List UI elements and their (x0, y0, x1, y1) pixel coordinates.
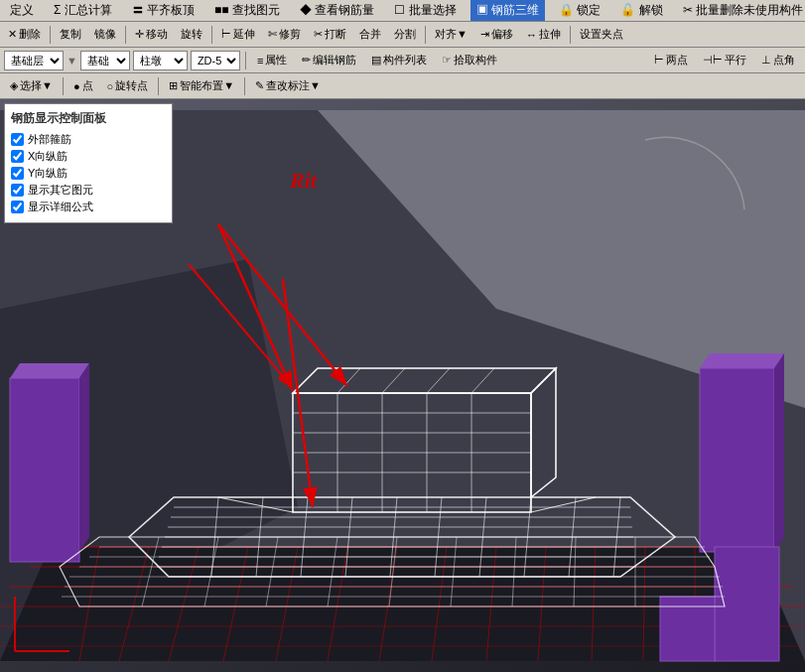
id-select[interactable]: ZD-5 (191, 51, 240, 70)
layer-select[interactable]: 基础层 (4, 51, 64, 70)
svg-marker-29 (774, 353, 784, 552)
menu-rebar-view[interactable]: ◆ 查看钢筋量 (294, 0, 380, 21)
toolbar2: 基础层 ▼ 基础 柱墩 ZD-5 ≡ 属性 ✏ 编辑钢筋 ▤ 构件列表 ☞ 拾取… (0, 48, 805, 73)
properties-button[interactable]: ≡ 属性 (251, 50, 293, 71)
move-icon: ✛ (135, 28, 144, 41)
angle-point-button[interactable]: ⊥ 点角 (755, 50, 801, 71)
panel-item-y-rebar: Y向纵筋 (11, 166, 166, 181)
outer-stirrup-label: 外部箍筋 (28, 132, 71, 147)
panel-title: 钢筋显示控制面板 (11, 110, 166, 127)
point-icon: ● (73, 80, 80, 92)
copy-button[interactable]: 复制 (54, 24, 87, 46)
menu-delete-unused[interactable]: ✂ 批量删除未使用构件 (677, 0, 805, 21)
menu-define[interactable]: 定义 (4, 0, 40, 21)
svg-rect-27 (700, 368, 774, 552)
panel-item-x-rebar: X向纵筋 (11, 149, 166, 164)
merge-button[interactable]: 合并 (353, 24, 387, 46)
pick-comp-button[interactable]: ☞ 拾取构件 (436, 50, 503, 71)
sep3 (211, 26, 212, 44)
select-button[interactable]: ◈ 选择▼ (4, 75, 59, 97)
trim-icon: ✄ (268, 28, 277, 41)
split-button[interactable]: 分割 (388, 24, 422, 46)
props-icon: ≡ (257, 55, 263, 67)
parallel-button[interactable]: ⊣⊢ 平行 (697, 50, 752, 71)
smart-place-button[interactable]: ⊞ 智能布置▼ (163, 75, 240, 97)
stretch-button[interactable]: ↔ 拉伸 (520, 24, 567, 46)
viewport-3d[interactable]: Rit 钢筋显示控制面板 外部箍筋 X向纵筋 Y向纵筋 (0, 99, 805, 672)
two-point-button[interactable]: ⊢ 两点 (648, 50, 694, 71)
menu-3d-rebar[interactable]: ▣ 钢筋三维 (470, 0, 545, 21)
x-rebar-label: X向纵筋 (28, 149, 67, 164)
main-area: Rit 钢筋显示控制面板 外部箍筋 X向纵筋 Y向纵筋 (0, 99, 805, 672)
x-rebar-checkbox[interactable] (11, 150, 24, 163)
comp-list-button[interactable]: ▤ 构件列表 (365, 50, 433, 71)
menu-unlock[interactable]: 🔓 解锁 (614, 0, 668, 21)
svg-marker-28 (700, 353, 784, 368)
sep-t3b (158, 77, 159, 95)
point-button[interactable]: ● 点 (67, 75, 99, 97)
other-elements-label: 显示其它图元 (28, 183, 93, 198)
outer-stirrup-checkbox[interactable] (11, 133, 24, 146)
svg-marker-25 (10, 363, 89, 378)
extend-icon: ⊢ (221, 28, 231, 41)
delete-icon: ✕ (8, 28, 17, 41)
break-button[interactable]: ✂ 打断 (308, 24, 352, 46)
select-icon: ◈ (10, 79, 18, 92)
col-select[interactable]: 柱墩 (133, 51, 188, 70)
mirror-button[interactable]: 镜像 (88, 24, 122, 46)
delete-button[interactable]: ✕ 删除 (2, 24, 47, 46)
annotation-icon: ✎ (255, 79, 264, 92)
sep-t2 (245, 52, 246, 69)
toolbar1: ✕ 删除 复制 镜像 ✛ 移动 旋转 ⊢ 延伸 ✄ 修剪 ✂ 打断 合并 分割 … (0, 22, 805, 48)
menu-find[interactable]: ■■ 查找图元 (208, 0, 286, 21)
y-rebar-label: Y向纵筋 (28, 166, 67, 181)
sep5 (570, 26, 571, 44)
trim-button[interactable]: ✄ 修剪 (262, 24, 307, 46)
layer-arrow: ▼ (67, 55, 77, 67)
panel-item-detail-formula: 显示详细公式 (11, 200, 166, 214)
sep-t3a (63, 77, 64, 95)
rotate-button[interactable]: 旋转 (175, 24, 208, 46)
menu-sum[interactable]: Σ 汇总计算 (48, 0, 118, 21)
panel-item-outer-stirrup: 外部箍筋 (11, 132, 166, 147)
detail-formula-checkbox[interactable] (11, 201, 24, 213)
menu-lock[interactable]: 🔒 锁定 (553, 0, 606, 21)
align-button[interactable]: 对齐▼ (429, 24, 473, 46)
rebar-display-panel: 钢筋显示控制面板 外部箍筋 X向纵筋 Y向纵筋 显示其它图元 显示详细公式 (4, 103, 173, 223)
rotate-point-icon: ○ (107, 80, 114, 92)
svg-rect-24 (10, 378, 79, 562)
edit-rebar-button[interactable]: ✏ 编辑钢筋 (296, 50, 362, 71)
smart-icon: ⊞ (169, 79, 178, 92)
offset-button[interactable]: ⇥ 偏移 (474, 24, 519, 46)
list-icon: ▤ (371, 54, 381, 67)
offset-icon: ⇥ (480, 28, 489, 41)
rotate-point-button[interactable]: ○ 旋转点 (101, 75, 155, 97)
grip-button[interactable]: 设置夹点 (574, 24, 629, 46)
menu-batch[interactable]: ☐ 批量选择 (388, 0, 462, 21)
toolbar3: ◈ 选择▼ ● 点 ○ 旋转点 ⊞ 智能布置▼ ✎ 查改标注▼ (0, 73, 805, 99)
menu-align-top[interactable]: 〓 平齐板顶 (126, 0, 201, 21)
sep (50, 26, 51, 44)
break-icon: ✂ (314, 28, 323, 41)
parallel-icon: ⊣⊢ (703, 54, 723, 67)
y-rebar-checkbox[interactable] (11, 167, 24, 180)
type-select[interactable]: 基础 (80, 51, 130, 70)
extend-button[interactable]: ⊢ 延伸 (215, 24, 261, 46)
annotation-button[interactable]: ✎ 查改标注▼ (249, 75, 327, 97)
menu-bar: 定义 Σ 汇总计算 〓 平齐板顶 ■■ 查找图元 ◆ 查看钢筋量 ☐ 批量选择 … (0, 0, 805, 22)
svg-text:Rit: Rit (289, 168, 318, 193)
sep2 (125, 26, 126, 44)
stretch-icon: ↔ (526, 29, 537, 41)
other-elements-checkbox[interactable] (11, 184, 24, 197)
sep4 (425, 26, 426, 44)
panel-item-other-elements: 显示其它图元 (11, 183, 166, 198)
move-button[interactable]: ✛ 移动 (129, 24, 174, 46)
twopoint-icon: ⊢ (654, 54, 664, 67)
pick-icon: ☞ (442, 54, 452, 67)
svg-marker-26 (79, 363, 89, 552)
edit-icon: ✏ (302, 54, 311, 67)
angle-icon: ⊥ (761, 54, 771, 67)
sep-t3c (244, 77, 245, 95)
detail-formula-label: 显示详细公式 (28, 200, 93, 214)
